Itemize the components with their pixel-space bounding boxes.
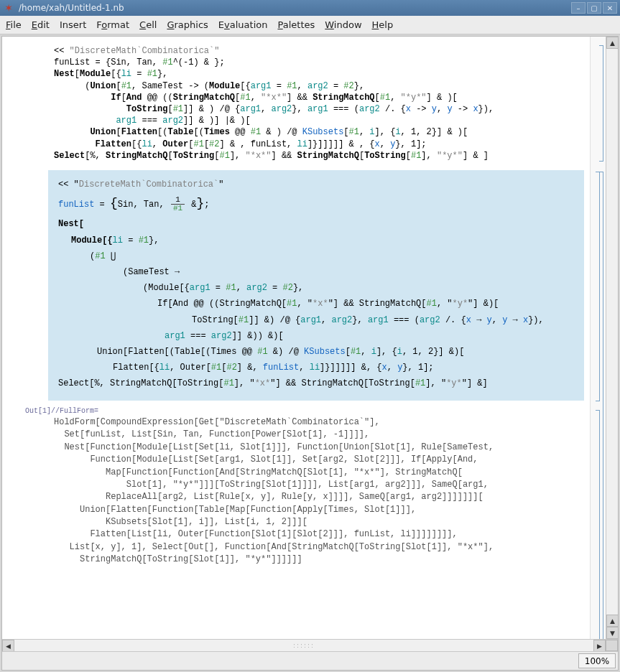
t: ] &, [237,363,263,373]
t: ⋃ [106,251,116,261]
t: funList [263,363,299,373]
t: arg1 [300,315,321,325]
t: *y* [446,378,462,388]
scroll-track-h[interactable]: :::::: [14,640,593,651]
t: " [218,179,223,190]
input-cell-raw[interactable]: << "DiscreteMath`Combinatorica`" funList… [14,45,584,162]
t: , [299,363,309,373]
t: === [185,331,211,341]
t: → [507,315,523,325]
t: li [310,363,320,373]
t: #1 [95,251,105,261]
t: x [466,315,471,325]
t: arg2 [246,283,267,293]
t: Tan [144,200,159,210]
cell-bracket[interactable] [599,45,603,162]
t: "] &)[ [468,299,499,309]
t: arg2 [420,315,440,325]
scrollbar-corner [606,640,618,651]
scroll-right-button[interactable]: ▶ [593,640,606,652]
t: , [492,315,502,325]
t: === ( [389,315,420,325]
t: , Outer[ [170,363,211,373]
menu-file[interactable]: File [6,19,22,30]
t: & [186,200,196,210]
input-cell-standardform[interactable]: << "DiscreteMath`Combinatorica`" funList… [48,170,584,401]
t: Select[%, StringMatchQ[ToString[ [58,378,223,388]
fraction: 1#1 [171,196,185,213]
t: (SameTest → [123,267,180,277]
horizontal-scrollbar[interactable]: ◀ :::::: ▶ [2,639,618,651]
document-body[interactable]: << "DiscreteMath`Combinatorica`" funList… [2,37,590,639]
t: arg1 [165,331,185,341]
t: #1 [139,235,149,246]
zoom-selector[interactable]: 100% [578,653,616,668]
menu-insert[interactable]: Insert [60,19,86,30]
close-button[interactable]: ✕ [603,2,617,14]
menu-edit[interactable]: Edit [32,19,50,30]
t: = [123,235,139,246]
menubar: File Edit Insert Format Cell Graphics Ev… [0,16,620,34]
menu-help[interactable]: Help [372,19,394,30]
t: #1 [226,283,236,293]
t: funList [58,200,94,210]
output-cell[interactable]: HoldForm[CompoundExpression[Get["Discret… [14,416,584,566]
t: = [94,200,110,210]
t: #1 [415,378,425,388]
t: Union[Flatten[(Table[(Times @@ [97,347,257,357]
t: , [133,200,143,210]
document-viewport: << "DiscreteMath`Combinatorica`" funList… [2,37,618,639]
app-icon: ✶ [3,2,14,14]
t: li [159,363,170,373]
menu-palettes[interactable]: Palettes [277,19,315,30]
t: ]] &) /@ { [249,315,300,325]
vertical-scrollbar[interactable]: ▲ ▲ ▼ [606,37,618,639]
t: , " [437,299,453,309]
maximize-button[interactable]: ▢ [587,2,601,14]
menu-format[interactable]: Format [96,19,129,30]
t: }, [293,283,303,293]
t: , [159,200,169,210]
cell-bracket[interactable] [596,410,600,639]
t: #1 [426,299,436,309]
t: #1 [257,347,267,357]
t: Sin [118,200,134,210]
t: KSubsets [304,347,346,357]
t: }), [528,315,544,325]
t: arg2 [331,315,352,325]
t: *x* [313,299,328,309]
t: If[And @@ ((StringMatchQ[ [157,299,287,309]
t: , " [297,299,313,309]
t: "] && StringMatchQ[ [328,299,427,309]
t: i [371,347,376,357]
menu-graphics[interactable]: Graphics [167,19,208,30]
t: #1 [239,315,249,325]
menu-cell[interactable]: Cell [139,19,157,30]
minimize-button[interactable]: – [571,2,586,14]
t: = [210,283,226,293]
scroll-up-button-2[interactable]: ▲ [606,615,618,627]
t: }, [149,235,159,246]
t: *y* [453,299,468,309]
t: << " [58,179,79,190]
t: i [397,347,402,357]
t: , 1, 2}] &)[ [402,347,464,357]
cell-bracket-column[interactable] [590,37,606,639]
scroll-left-button[interactable]: ◀ [2,640,14,652]
output-label: Out[1]//FullForm= [25,406,584,416]
t: ]] &)) &)[ [232,331,284,341]
t: #1 [211,363,221,373]
t: &) /@ [268,347,304,357]
menu-window[interactable]: Window [325,19,361,30]
t: → [471,315,487,325]
notebook-area: << "DiscreteMath`Combinatorica`" funList… [1,36,619,671]
t: ], { [376,347,397,357]
scroll-down-button[interactable]: ▼ [606,627,618,639]
scroll-up-button[interactable]: ▲ [606,37,618,49]
menu-evaluation[interactable]: Evaluation [218,19,268,30]
scroll-track[interactable] [606,49,618,615]
t: x [382,363,387,373]
t: , [361,347,371,357]
t: y [487,315,492,325]
t: DiscreteMath`Combinatorica` [79,179,218,190]
